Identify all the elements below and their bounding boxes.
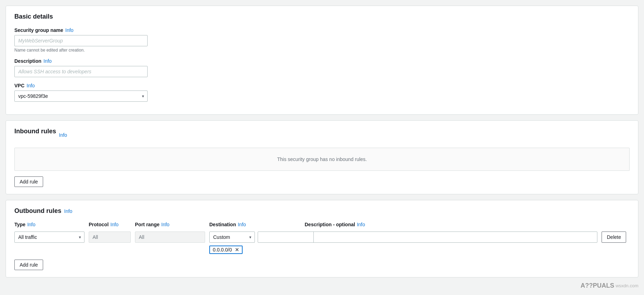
destination-wrapper: Custom ▼ 🔍 0.0.0.0/0 ✕ [209, 232, 300, 254]
portrange-cell [135, 232, 205, 243]
vpc-group: VPC Info vpc-59829f3e ▼ [14, 83, 630, 102]
watermark-logo: A??PUALS [581, 282, 614, 289]
inbound-rules-title: Inbound rules [14, 128, 56, 135]
description-optional-input[interactable] [305, 232, 597, 243]
security-group-name-hint: Name cannot be edited after creation. [14, 48, 630, 53]
outbound-rules-title: Outbound rules [14, 207, 61, 215]
col-header-destination: Destination Info [209, 222, 300, 229]
description-label: Description Info [14, 58, 630, 64]
col-header-type: Type Info [14, 222, 84, 229]
protocol-cell [89, 232, 131, 243]
description-info-link[interactable]: Info [43, 58, 52, 64]
destination-search-wrapper: 🔍 [258, 232, 314, 243]
description-input[interactable] [14, 66, 148, 77]
inbound-add-rule-button[interactable]: Add rule [14, 176, 43, 187]
col-header-protocol: Protocol Info [89, 222, 131, 229]
inbound-rules-section: Inbound rules Info This security group h… [6, 120, 638, 194]
outbound-rules-table: Type Info Protocol Info Port range Info … [14, 222, 630, 254]
security-group-name-info-link[interactable]: Info [65, 27, 73, 33]
type-col-info-link[interactable]: Info [27, 222, 35, 227]
basic-details-title: Basic details [14, 13, 630, 20]
inbound-rules-info-link[interactable]: Info [59, 132, 67, 138]
ip-tag-close-button[interactable]: ✕ [235, 247, 239, 253]
basic-details-section: Basic details Security group name Info N… [6, 6, 638, 115]
outbound-rules-section: Outbound rules Info Type Info Protocol I… [6, 200, 638, 277]
vpc-select[interactable]: vpc-59829f3e [14, 90, 148, 102]
type-select[interactable]: All traffic [14, 232, 84, 243]
portrange-input [135, 232, 205, 243]
table-row: All traffic ▼ Custom [14, 232, 630, 254]
ip-tag-value: 0.0.0.0/0 [213, 247, 232, 253]
col-header-description: Description - optional Info [305, 222, 597, 229]
col-header-portrange: Port range Info [135, 222, 205, 229]
outbound-rules-header: Type Info Protocol Info Port range Info … [14, 222, 630, 229]
destination-tags: 0.0.0.0/0 ✕ [209, 246, 243, 254]
type-cell: All traffic ▼ [14, 232, 84, 243]
protocol-col-info-link[interactable]: Info [110, 222, 118, 227]
destination-search-input[interactable] [258, 232, 314, 243]
inbound-empty-message: This security group has no inbound rules… [14, 148, 630, 171]
ip-tag: 0.0.0.0/0 ✕ [209, 246, 243, 254]
delete-rule-button[interactable]: Delete [602, 232, 626, 243]
delete-cell: Delete [602, 232, 630, 243]
destination-select-wrapper: Custom ▼ [209, 232, 255, 243]
security-group-name-group: Security group name Info Name cannot be … [14, 27, 630, 53]
portrange-col-info-link[interactable]: Info [161, 222, 169, 227]
watermark: A??PUALS wsxdn.com [581, 282, 638, 289]
destination-select[interactable]: Custom [209, 232, 255, 243]
watermark-domain: wsxdn.com [616, 283, 638, 288]
security-group-name-input[interactable] [14, 35, 148, 46]
destination-cell: Custom ▼ 🔍 0.0.0.0/0 ✕ [209, 232, 300, 254]
vpc-label: VPC Info [14, 83, 630, 88]
description-col-info-link[interactable]: Info [357, 222, 365, 227]
protocol-input [89, 232, 131, 243]
destination-col-info-link[interactable]: Info [238, 222, 246, 227]
type-select-wrapper: All traffic ▼ [14, 232, 84, 243]
description-cell [305, 232, 597, 243]
destination-top: Custom ▼ 🔍 [209, 232, 314, 243]
vpc-info-link[interactable]: Info [27, 83, 35, 88]
outbound-rules-info-link[interactable]: Info [64, 208, 72, 214]
security-group-name-label: Security group name Info [14, 27, 630, 33]
description-group: Description Info [14, 58, 630, 77]
outbound-add-rule-button[interactable]: Add rule [14, 260, 43, 270]
vpc-select-wrapper: vpc-59829f3e ▼ [14, 90, 148, 102]
